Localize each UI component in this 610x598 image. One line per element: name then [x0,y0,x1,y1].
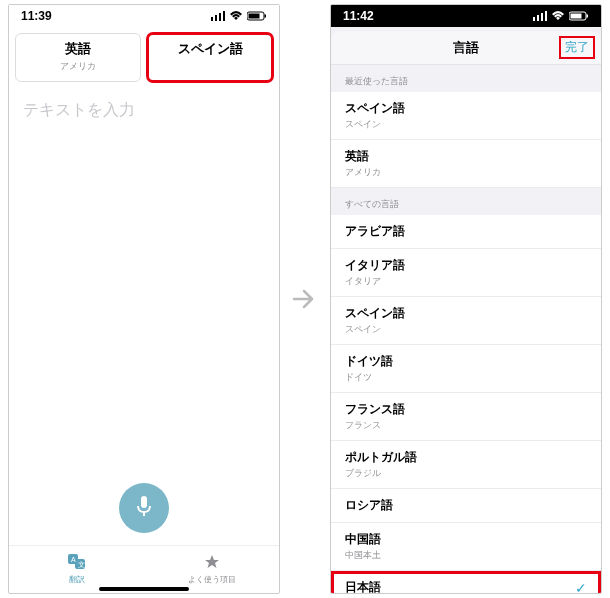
translate-app-screen: 11:39 英語 アメリカ スペイン語 テキストを入力 [8,4,280,594]
home-indicator [99,587,189,591]
done-button[interactable]: 完了 [561,38,593,57]
tab-bar: A文 翻訳 よく使う項目 [9,545,279,593]
language-row[interactable]: フランス語フランス [331,393,601,441]
svg-rect-7 [141,496,147,508]
language-row[interactable]: ドイツ語ドイツ [331,345,601,393]
target-language-label: スペイン語 [152,40,268,58]
language-row[interactable]: アラビア語 [331,215,601,249]
svg-rect-18 [571,14,582,19]
tab-translate[interactable]: A文 翻訳 [9,546,144,593]
wifi-icon [229,11,243,21]
signal-icon [211,11,225,21]
mic-button-container [9,483,279,533]
svg-rect-3 [223,11,225,21]
svg-rect-13 [533,17,535,21]
language-name: 日本語 [345,579,587,594]
status-time: 11:42 [343,9,374,23]
battery-icon [247,11,267,21]
language-row[interactable]: 英語アメリカ [331,140,601,188]
svg-text:A: A [71,556,76,563]
language-name: 英語 [345,148,587,165]
language-name: スペイン語 [345,305,587,322]
mic-button[interactable] [119,483,169,533]
language-name: ドイツ語 [345,353,587,370]
all-languages-group: アラビア語イタリア語イタリアスペイン語スペインドイツ語ドイツフランス語フランスポ… [331,215,601,594]
svg-rect-14 [537,15,539,21]
language-region: アメリカ [345,166,587,179]
star-icon [204,554,220,572]
mic-icon [134,494,154,522]
language-region: スペイン [345,118,587,131]
status-icons [533,11,589,21]
svg-rect-5 [249,14,260,19]
sheet-title: 言語 [453,39,479,57]
language-row[interactable]: 日本語✓ [331,571,601,594]
language-row[interactable]: ロシア語 [331,489,601,523]
language-name: アラビア語 [345,223,587,240]
status-bar: 11:42 [331,5,601,27]
language-name: ロシア語 [345,497,587,514]
status-time: 11:39 [21,9,52,23]
language-row[interactable]: 中国語中国本土 [331,523,601,571]
language-region: ドイツ [345,371,587,384]
language-row[interactable]: イタリア語イタリア [331,249,601,297]
tab-translate-label: 翻訳 [69,574,85,585]
section-all-label: すべての言語 [331,188,601,215]
language-name: スペイン語 [345,100,587,117]
source-language-label: 英語 [20,40,136,58]
recent-languages-group: スペイン語スペイン英語アメリカ [331,92,601,188]
target-language-button[interactable]: スペイン語 [147,33,273,82]
status-bar: 11:39 [9,5,279,27]
signal-icon [533,11,547,21]
language-list-screen: 11:42 言語 完了 最近使った言語 スペイン語スペイン英語アメリカ すべての… [330,4,602,594]
svg-rect-0 [211,17,213,21]
svg-text:文: 文 [78,561,85,568]
language-selector-header: 英語 アメリカ スペイン語 [9,27,279,82]
language-region: フランス [345,419,587,432]
text-input-area[interactable]: テキストを入力 [9,82,279,139]
battery-icon [569,11,589,21]
tab-favorites-label: よく使う項目 [188,574,236,585]
language-name: イタリア語 [345,257,587,274]
svg-rect-19 [587,15,589,18]
input-placeholder: テキストを入力 [23,101,135,118]
section-recent-label: 最近使った言語 [331,65,601,92]
svg-rect-6 [265,15,267,18]
sheet-header: 言語 完了 [331,31,601,65]
svg-rect-2 [219,13,221,21]
source-language-button[interactable]: 英語 アメリカ [15,33,141,82]
arrow-right-icon [290,284,320,314]
language-region: イタリア [345,275,587,288]
language-region: ブラジル [345,467,587,480]
transition-arrow [288,284,322,314]
status-icons [211,11,267,21]
svg-rect-15 [541,13,543,21]
language-row[interactable]: ポルトガル語ブラジル [331,441,601,489]
language-name: ポルトガル語 [345,449,587,466]
svg-rect-16 [545,11,547,21]
language-region: スペイン [345,323,587,336]
svg-rect-1 [215,15,217,21]
svg-rect-8 [143,512,145,516]
checkmark-icon: ✓ [575,580,587,595]
wifi-icon [551,11,565,21]
language-region: 中国本土 [345,549,587,562]
tab-favorites[interactable]: よく使う項目 [144,546,279,593]
source-language-sublabel: アメリカ [20,60,136,73]
language-row[interactable]: スペイン語スペイン [331,92,601,140]
language-row[interactable]: スペイン語スペイン [331,297,601,345]
language-name: 中国語 [345,531,587,548]
translate-icon: A文 [68,554,86,572]
language-name: フランス語 [345,401,587,418]
